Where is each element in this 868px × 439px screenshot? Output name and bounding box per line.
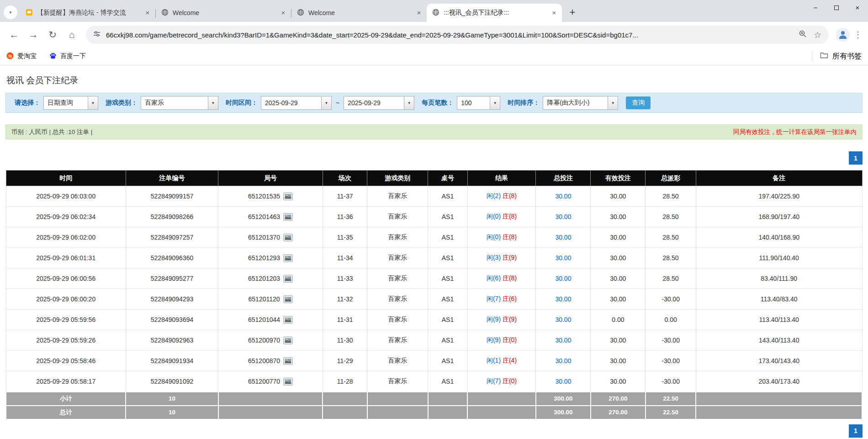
sort-order-select[interactable]: 降幂(由大到小) ▼ bbox=[543, 96, 618, 110]
cell-valid-bet: 30.00 bbox=[591, 371, 646, 392]
bookmark-baidu[interactable]: 百度一下 bbox=[49, 52, 86, 61]
round-replay-icon[interactable] bbox=[283, 193, 293, 200]
round-replay-icon[interactable] bbox=[283, 316, 293, 324]
cell-remark: 111.90/140.40 bbox=[696, 248, 862, 268]
tab-close-icon[interactable]: × bbox=[415, 9, 423, 17]
total-bet-link[interactable]: 30.00 bbox=[555, 234, 571, 241]
cell-time: 2025-09-29 05:58:17 bbox=[6, 371, 126, 392]
header-session: 场次 bbox=[323, 171, 367, 186]
bookmark-taobao[interactable]: 淘 爱淘宝 bbox=[6, 52, 37, 61]
page-number-button[interactable]: 1 bbox=[849, 151, 863, 165]
tab-welcome-2[interactable]: Welcome × bbox=[291, 4, 427, 22]
round-replay-icon[interactable] bbox=[283, 234, 293, 241]
browser-menu-icon[interactable]: ⋮ bbox=[852, 30, 863, 40]
chevron-down-icon[interactable]: ▼ bbox=[208, 96, 218, 109]
page-size-value: 100 bbox=[457, 96, 490, 109]
total-bet-link[interactable]: 30.00 bbox=[555, 295, 571, 303]
bookmark-star-icon[interactable]: ☆ bbox=[814, 30, 821, 40]
forward-button[interactable]: → bbox=[24, 25, 43, 44]
cell-time: 2025-09-29 06:00:20 bbox=[6, 289, 126, 310]
tab-search-button[interactable]: ▼ bbox=[4, 5, 17, 19]
total-bet-link[interactable]: 30.00 bbox=[555, 378, 571, 385]
tab-bet-records-active[interactable]: :::视讯_会员下注纪录::: × bbox=[427, 4, 562, 22]
back-button[interactable]: ← bbox=[5, 25, 24, 44]
tab-close-icon[interactable]: × bbox=[279, 9, 287, 17]
profile-avatar[interactable] bbox=[836, 28, 850, 42]
cell-valid-bet: 30.00 bbox=[591, 330, 646, 351]
cell-payout: 28.50 bbox=[646, 268, 696, 289]
chevron-down-icon[interactable]: ▼ bbox=[608, 96, 618, 109]
cell-table-id: AS1 bbox=[428, 227, 467, 248]
result-banker: 庄(0) bbox=[503, 377, 517, 385]
game-type-select[interactable]: 百家乐 ▼ bbox=[141, 96, 218, 110]
total-bet-link[interactable]: 30.00 bbox=[555, 337, 571, 344]
cell-result: 闲(7) 庄(6) bbox=[467, 289, 536, 310]
round-number: 651200870 bbox=[248, 357, 280, 364]
url-text[interactable]: 66cxkj98.com/game/betrecord_search/kind3… bbox=[106, 31, 793, 39]
round-replay-icon[interactable] bbox=[283, 357, 293, 365]
round-replay-icon[interactable] bbox=[283, 275, 293, 283]
tab-close-icon[interactable]: × bbox=[143, 9, 152, 17]
result-banker: 庄(8) bbox=[503, 213, 517, 220]
home-button[interactable]: ⌂ bbox=[62, 25, 81, 44]
maximize-button[interactable] bbox=[826, 0, 847, 15]
cell-payout: 28.50 bbox=[646, 207, 696, 227]
total-bet-link[interactable]: 30.00 bbox=[555, 316, 571, 323]
chevron-down-icon[interactable]: ▼ bbox=[321, 96, 331, 109]
total-bet-link[interactable]: 30.00 bbox=[555, 275, 571, 282]
date-end-value: 2025-09-29 bbox=[344, 96, 404, 109]
address-bar[interactable]: 66cxkj98.com/game/betrecord_search/kind3… bbox=[86, 26, 829, 44]
site-settings-icon[interactable] bbox=[93, 30, 101, 39]
cell-payout: 28.50 bbox=[646, 227, 696, 248]
date-start-select[interactable]: 2025-09-29 ▼ bbox=[261, 96, 332, 110]
subtotal-count: 10 bbox=[126, 392, 218, 406]
header-table-id: 桌号 bbox=[428, 171, 467, 186]
zoom-icon[interactable] bbox=[799, 30, 807, 40]
result-banker: 庄(0) bbox=[503, 336, 517, 343]
round-replay-icon[interactable] bbox=[283, 295, 293, 303]
refresh-button[interactable]: ↻ bbox=[43, 25, 62, 44]
round-replay-icon[interactable] bbox=[283, 378, 293, 385]
cell-result: 闲(9) 庄(0) bbox=[467, 330, 536, 351]
tab-welcome-1[interactable]: Welcome × bbox=[156, 4, 291, 22]
minimize-button[interactable]: − bbox=[805, 0, 826, 15]
cell-table-id: AS1 bbox=[428, 351, 467, 371]
cell-remark: 113.40/83.40 bbox=[696, 289, 862, 310]
maximize-icon bbox=[834, 5, 839, 10]
result-player: 闲(1) bbox=[487, 357, 501, 364]
cell-bet-id: 522849092963 bbox=[126, 330, 218, 351]
round-replay-icon[interactable] bbox=[283, 337, 293, 344]
cell-valid-bet: 30.00 bbox=[591, 207, 646, 227]
round-number: 651200770 bbox=[248, 378, 280, 385]
cell-time: 2025-09-29 06:02:00 bbox=[6, 227, 126, 248]
tab-close-icon[interactable]: × bbox=[550, 9, 558, 17]
cell-session: 11-30 bbox=[323, 330, 367, 351]
all-bookmarks[interactable]: 所有书签 bbox=[812, 52, 862, 61]
page-size-select[interactable]: 100 ▼ bbox=[457, 96, 500, 110]
chevron-down-icon[interactable]: ▼ bbox=[404, 96, 414, 109]
cell-time: 2025-09-29 06:02:34 bbox=[6, 207, 126, 227]
tab-forum[interactable]: 【新提醒】海燕论坛 - 博学交流 × bbox=[20, 4, 155, 22]
chevron-down-icon[interactable]: ▼ bbox=[490, 96, 500, 109]
total-bet-link[interactable]: 30.00 bbox=[555, 193, 571, 200]
total-bet-link[interactable]: 30.00 bbox=[555, 254, 571, 262]
page-number-button[interactable]: 1 bbox=[849, 424, 863, 438]
round-replay-icon[interactable] bbox=[283, 254, 293, 262]
new-tab-button[interactable]: + bbox=[566, 5, 579, 19]
cell-valid-bet: 30.00 bbox=[591, 186, 646, 207]
header-payout: 总派彩 bbox=[646, 171, 696, 186]
cell-session: 11-34 bbox=[323, 248, 367, 268]
total-row: 总计 10 300.00 270.00 22.50 bbox=[6, 406, 862, 419]
summary-bar: 币别 : 人民币 | 总共 :10 注单 | 同局有效投注，统一计算在该局第一张… bbox=[5, 124, 863, 139]
query-type-select[interactable]: 日期查询 ▼ bbox=[43, 96, 98, 110]
close-button[interactable]: × bbox=[847, 0, 868, 15]
date-end-select[interactable]: 2025-09-29 ▼ bbox=[344, 96, 414, 110]
sort-order-value: 降幂(由大到小) bbox=[543, 96, 608, 109]
chevron-down-icon[interactable]: ▼ bbox=[88, 96, 98, 109]
total-bet-link[interactable]: 30.00 bbox=[555, 213, 571, 220]
cell-result: 闲(0) 庄(8) bbox=[467, 227, 536, 248]
search-button[interactable]: 查询 bbox=[626, 96, 651, 109]
round-replay-icon[interactable] bbox=[283, 213, 293, 221]
game-type-value: 百家乐 bbox=[141, 96, 208, 109]
total-bet-link[interactable]: 30.00 bbox=[555, 357, 571, 364]
